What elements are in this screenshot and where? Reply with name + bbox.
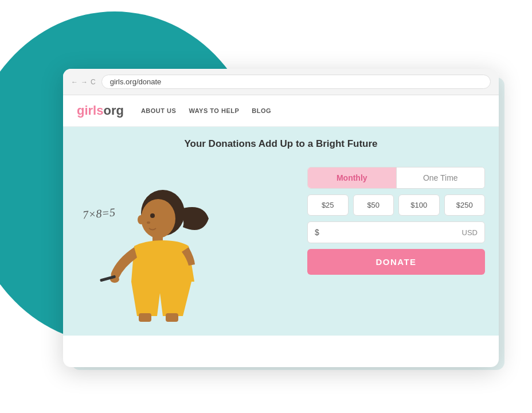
amount-50[interactable]: $50 xyxy=(353,194,394,216)
browser-nav-buttons: ← → C xyxy=(71,78,96,86)
usd-label: USD xyxy=(462,228,478,237)
donation-panel: Monthly One Time $25 $50 $100 $250 $ xyxy=(307,161,485,275)
girl-illustration xyxy=(88,167,237,322)
logo-girls: girls xyxy=(77,103,103,118)
custom-amount-input[interactable] xyxy=(323,228,462,237)
forward-button[interactable]: → xyxy=(81,78,88,86)
svg-point-1 xyxy=(141,199,175,238)
nav-ways-to-help[interactable]: WAYS TO HELP xyxy=(189,107,239,114)
frequency-toggle: Monthly One Time xyxy=(307,167,485,189)
logo[interactable]: girlsorg xyxy=(77,103,124,118)
logo-org: org xyxy=(103,103,123,118)
svg-point-4 xyxy=(147,221,150,224)
back-button[interactable]: ← xyxy=(71,78,78,86)
dollar-sign: $ xyxy=(315,228,319,237)
browser-chrome: ← → C girls.org/donate xyxy=(63,69,499,95)
svg-point-3 xyxy=(150,213,155,218)
custom-amount-container: $ USD xyxy=(307,221,485,243)
amount-100[interactable]: $100 xyxy=(398,194,440,216)
browser-window: ← → C girls.org/donate girlsorg ABOUT US… xyxy=(63,69,499,367)
content-row: 7×8=5 xyxy=(77,161,485,322)
svg-point-2 xyxy=(138,215,144,224)
refresh-button[interactable]: C xyxy=(91,78,96,86)
one-time-button[interactable]: One Time xyxy=(397,167,485,188)
page-title: Your Donations Add Up to a Bright Future xyxy=(77,138,485,150)
donate-button[interactable]: DONATE xyxy=(307,249,485,275)
nav-about-us[interactable]: ABOUT US xyxy=(141,107,176,114)
svg-rect-8 xyxy=(139,313,151,322)
address-bar[interactable]: girls.org/donate xyxy=(101,75,491,89)
monthly-button[interactable]: Monthly xyxy=(308,167,396,188)
nav-blog[interactable]: BLOG xyxy=(252,107,271,114)
illustration: 7×8=5 xyxy=(77,161,296,322)
svg-rect-9 xyxy=(166,313,178,322)
amount-25[interactable]: $25 xyxy=(307,194,349,216)
amount-row: $25 $50 $100 $250 xyxy=(307,194,485,216)
website-content: girlsorg ABOUT US WAYS TO HELP BLOG Your… xyxy=(63,95,499,336)
amount-250[interactable]: $250 xyxy=(444,194,486,216)
main-content: Your Donations Add Up to a Bright Future… xyxy=(63,127,499,336)
nav-links: ABOUT US WAYS TO HELP BLOG xyxy=(141,107,271,114)
nav-bar: girlsorg ABOUT US WAYS TO HELP BLOG xyxy=(63,95,499,127)
